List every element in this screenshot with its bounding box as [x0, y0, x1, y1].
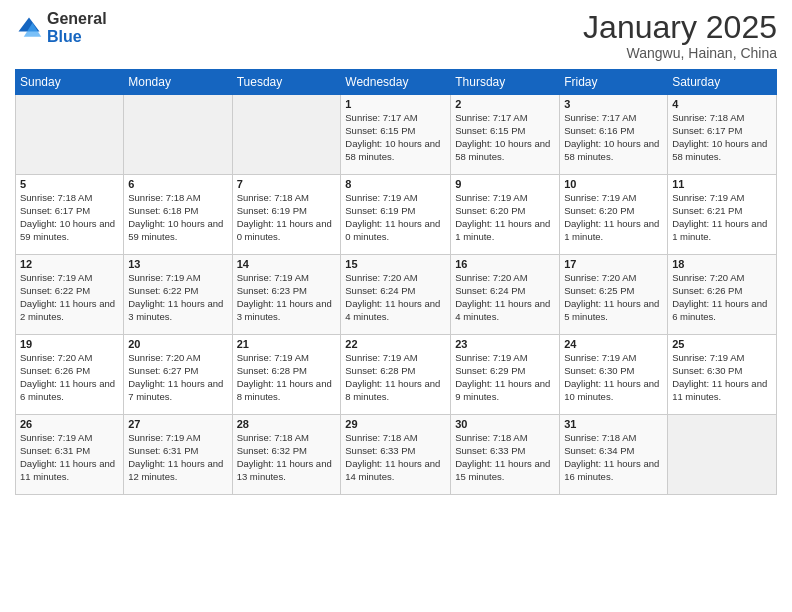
weekday-header-friday: Friday [560, 70, 668, 95]
day-number: 26 [20, 418, 119, 430]
day-cell: 17Sunrise: 7:20 AM Sunset: 6:25 PM Dayli… [560, 255, 668, 335]
weekday-header-thursday: Thursday [451, 70, 560, 95]
day-cell: 4Sunrise: 7:18 AM Sunset: 6:17 PM Daylig… [668, 95, 777, 175]
day-cell: 28Sunrise: 7:18 AM Sunset: 6:32 PM Dayli… [232, 415, 341, 495]
day-number: 29 [345, 418, 446, 430]
day-number: 23 [455, 338, 555, 350]
weekday-header-saturday: Saturday [668, 70, 777, 95]
day-number: 11 [672, 178, 772, 190]
location: Wangwu, Hainan, China [583, 45, 777, 61]
day-info: Sunrise: 7:17 AM Sunset: 6:16 PM Dayligh… [564, 112, 663, 163]
day-cell: 15Sunrise: 7:20 AM Sunset: 6:24 PM Dayli… [341, 255, 451, 335]
logo-general-text: General [47, 10, 107, 28]
month-title: January 2025 [583, 10, 777, 45]
day-cell: 29Sunrise: 7:18 AM Sunset: 6:33 PM Dayli… [341, 415, 451, 495]
day-cell: 27Sunrise: 7:19 AM Sunset: 6:31 PM Dayli… [124, 415, 232, 495]
weekday-row: SundayMondayTuesdayWednesdayThursdayFrid… [16, 70, 777, 95]
logo-blue-text: Blue [47, 28, 107, 46]
day-info: Sunrise: 7:19 AM Sunset: 6:22 PM Dayligh… [128, 272, 227, 323]
header: General Blue January 2025 Wangwu, Hainan… [15, 10, 777, 61]
day-cell: 30Sunrise: 7:18 AM Sunset: 6:33 PM Dayli… [451, 415, 560, 495]
day-info: Sunrise: 7:19 AM Sunset: 6:21 PM Dayligh… [672, 192, 772, 243]
day-number: 28 [237, 418, 337, 430]
day-cell: 13Sunrise: 7:19 AM Sunset: 6:22 PM Dayli… [124, 255, 232, 335]
day-number: 6 [128, 178, 227, 190]
day-number: 13 [128, 258, 227, 270]
day-info: Sunrise: 7:19 AM Sunset: 6:19 PM Dayligh… [345, 192, 446, 243]
day-info: Sunrise: 7:19 AM Sunset: 6:22 PM Dayligh… [20, 272, 119, 323]
day-cell: 21Sunrise: 7:19 AM Sunset: 6:28 PM Dayli… [232, 335, 341, 415]
day-cell: 6Sunrise: 7:18 AM Sunset: 6:18 PM Daylig… [124, 175, 232, 255]
day-cell: 5Sunrise: 7:18 AM Sunset: 6:17 PM Daylig… [16, 175, 124, 255]
day-info: Sunrise: 7:20 AM Sunset: 6:27 PM Dayligh… [128, 352, 227, 403]
day-cell: 10Sunrise: 7:19 AM Sunset: 6:20 PM Dayli… [560, 175, 668, 255]
day-number: 5 [20, 178, 119, 190]
day-cell: 3Sunrise: 7:17 AM Sunset: 6:16 PM Daylig… [560, 95, 668, 175]
day-cell [668, 415, 777, 495]
day-number: 18 [672, 258, 772, 270]
day-cell [232, 95, 341, 175]
day-cell: 25Sunrise: 7:19 AM Sunset: 6:30 PM Dayli… [668, 335, 777, 415]
day-cell: 31Sunrise: 7:18 AM Sunset: 6:34 PM Dayli… [560, 415, 668, 495]
day-number: 19 [20, 338, 119, 350]
day-number: 31 [564, 418, 663, 430]
day-cell: 9Sunrise: 7:19 AM Sunset: 6:20 PM Daylig… [451, 175, 560, 255]
day-info: Sunrise: 7:20 AM Sunset: 6:24 PM Dayligh… [455, 272, 555, 323]
logo: General Blue [15, 10, 107, 45]
day-number: 12 [20, 258, 119, 270]
week-row-1: 1Sunrise: 7:17 AM Sunset: 6:15 PM Daylig… [16, 95, 777, 175]
calendar-header: SundayMondayTuesdayWednesdayThursdayFrid… [16, 70, 777, 95]
day-cell: 1Sunrise: 7:17 AM Sunset: 6:15 PM Daylig… [341, 95, 451, 175]
logo-text: General Blue [47, 10, 107, 45]
day-info: Sunrise: 7:18 AM Sunset: 6:32 PM Dayligh… [237, 432, 337, 483]
logo-icon [15, 14, 43, 42]
weekday-header-wednesday: Wednesday [341, 70, 451, 95]
day-info: Sunrise: 7:19 AM Sunset: 6:30 PM Dayligh… [672, 352, 772, 403]
day-info: Sunrise: 7:18 AM Sunset: 6:19 PM Dayligh… [237, 192, 337, 243]
day-info: Sunrise: 7:19 AM Sunset: 6:29 PM Dayligh… [455, 352, 555, 403]
day-info: Sunrise: 7:18 AM Sunset: 6:34 PM Dayligh… [564, 432, 663, 483]
day-number: 25 [672, 338, 772, 350]
day-info: Sunrise: 7:20 AM Sunset: 6:26 PM Dayligh… [672, 272, 772, 323]
calendar-body: 1Sunrise: 7:17 AM Sunset: 6:15 PM Daylig… [16, 95, 777, 495]
day-info: Sunrise: 7:17 AM Sunset: 6:15 PM Dayligh… [345, 112, 446, 163]
week-row-4: 19Sunrise: 7:20 AM Sunset: 6:26 PM Dayli… [16, 335, 777, 415]
day-number: 22 [345, 338, 446, 350]
week-row-5: 26Sunrise: 7:19 AM Sunset: 6:31 PM Dayli… [16, 415, 777, 495]
day-cell: 12Sunrise: 7:19 AM Sunset: 6:22 PM Dayli… [16, 255, 124, 335]
day-info: Sunrise: 7:19 AM Sunset: 6:31 PM Dayligh… [128, 432, 227, 483]
day-info: Sunrise: 7:19 AM Sunset: 6:23 PM Dayligh… [237, 272, 337, 323]
day-number: 15 [345, 258, 446, 270]
day-info: Sunrise: 7:20 AM Sunset: 6:25 PM Dayligh… [564, 272, 663, 323]
day-cell: 23Sunrise: 7:19 AM Sunset: 6:29 PM Dayli… [451, 335, 560, 415]
day-number: 8 [345, 178, 446, 190]
day-cell: 16Sunrise: 7:20 AM Sunset: 6:24 PM Dayli… [451, 255, 560, 335]
day-number: 27 [128, 418, 227, 430]
day-number: 7 [237, 178, 337, 190]
day-number: 3 [564, 98, 663, 110]
week-row-2: 5Sunrise: 7:18 AM Sunset: 6:17 PM Daylig… [16, 175, 777, 255]
day-cell [124, 95, 232, 175]
day-number: 16 [455, 258, 555, 270]
weekday-header-monday: Monday [124, 70, 232, 95]
day-info: Sunrise: 7:19 AM Sunset: 6:28 PM Dayligh… [237, 352, 337, 403]
day-info: Sunrise: 7:19 AM Sunset: 6:20 PM Dayligh… [455, 192, 555, 243]
day-cell: 24Sunrise: 7:19 AM Sunset: 6:30 PM Dayli… [560, 335, 668, 415]
day-info: Sunrise: 7:18 AM Sunset: 6:33 PM Dayligh… [455, 432, 555, 483]
day-info: Sunrise: 7:19 AM Sunset: 6:31 PM Dayligh… [20, 432, 119, 483]
day-cell: 8Sunrise: 7:19 AM Sunset: 6:19 PM Daylig… [341, 175, 451, 255]
day-number: 9 [455, 178, 555, 190]
day-number: 4 [672, 98, 772, 110]
page: General Blue January 2025 Wangwu, Hainan… [0, 0, 792, 612]
day-info: Sunrise: 7:19 AM Sunset: 6:20 PM Dayligh… [564, 192, 663, 243]
day-number: 24 [564, 338, 663, 350]
day-info: Sunrise: 7:18 AM Sunset: 6:18 PM Dayligh… [128, 192, 227, 243]
day-number: 1 [345, 98, 446, 110]
day-cell: 14Sunrise: 7:19 AM Sunset: 6:23 PM Dayli… [232, 255, 341, 335]
day-cell: 11Sunrise: 7:19 AM Sunset: 6:21 PM Dayli… [668, 175, 777, 255]
day-info: Sunrise: 7:19 AM Sunset: 6:30 PM Dayligh… [564, 352, 663, 403]
day-number: 10 [564, 178, 663, 190]
day-info: Sunrise: 7:18 AM Sunset: 6:17 PM Dayligh… [672, 112, 772, 163]
day-number: 2 [455, 98, 555, 110]
day-number: 14 [237, 258, 337, 270]
